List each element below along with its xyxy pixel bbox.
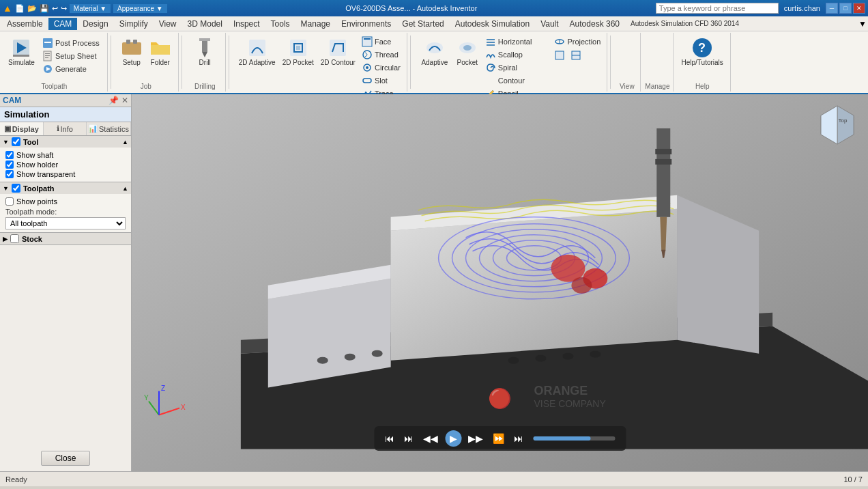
drilling-buttons: Drill [190,34,220,81]
svg-text:Z: Z [161,385,165,392]
setup-sheet-button[interactable]: Setup Sheet [40,50,102,62]
minimize-button[interactable]: ─ [826,3,838,14]
show-shaft-checkbox[interactable] [5,151,14,159]
ribbon-toggle[interactable]: ▼ [858,19,867,29]
thread-button[interactable]: Thread [360,48,403,61]
show-points-row: Show points [5,197,126,206]
toolpath-section-header[interactable]: ▼ Toolpath ▲ [0,182,131,194]
panel-pin-icon[interactable]: 📌 [108,96,119,105]
adaptive-2d-button[interactable]: 2D Adaptive [236,36,278,68]
progress-bar[interactable] [533,436,615,441]
open-icon[interactable]: 📂 [27,4,37,13]
panel-close-icon[interactable]: ✕ [121,96,128,105]
show-transparent-checkbox[interactable] [5,170,14,178]
drill-button[interactable]: Drill [191,36,218,68]
slot-button[interactable]: Slot [360,74,403,87]
simulation-tabs: ▣ Display ℹ Info 📊 Statistics [0,122,131,136]
menu-autodesk-sim[interactable]: Autodesk Simulation [450,18,535,30]
menu-view[interactable]: View [154,18,182,30]
projection-button[interactable]: Projection [552,36,603,48]
milling-extra-btn1[interactable] [552,49,567,61]
menu-tools[interactable]: Tools [265,18,295,30]
prev-frame-button[interactable]: ⏭ [401,432,416,445]
post-process-button[interactable]: Post Process [40,37,102,49]
tab-display[interactable]: ▣ Display [0,122,44,135]
svg-text:Y: Y [144,394,149,402]
menu-assemble[interactable]: Assemble [1,18,48,30]
manage-group-label: Manage [645,81,669,90]
toolpath-collapse-icon[interactable]: ▲ [122,185,128,192]
menu-3dmodel[interactable]: 3D Model [182,18,228,30]
viewport[interactable]: 🔴 ORANGE VISE COMPANY X Y Z [132,94,868,471]
folder-label: Folder [151,59,170,66]
setup-button[interactable]: Setup [118,36,145,68]
play-button[interactable]: ▶ [445,430,461,447]
folder-icon [149,37,171,59]
simulate-button[interactable]: Simulate [5,36,38,68]
fast-forward-button[interactable]: ▶▶ [465,432,486,445]
menu-getstarted[interactable]: Get Started [396,18,449,30]
appearance-dropdown[interactable]: Appearance ▼ [113,4,167,13]
search-input[interactable] [656,3,779,14]
circular-button[interactable]: Circular [360,61,403,74]
menu-simplify[interactable]: Simplify [114,18,154,30]
stock-section-header[interactable]: ▶ Stock [0,233,131,244]
redo-icon[interactable]: ↪ [61,4,67,13]
menu-inspect[interactable]: Inspect [228,18,265,30]
menu-design[interactable]: Design [77,18,113,30]
show-holder-row: Show holder [5,160,126,169]
tool-collapse-icon[interactable]: ▲ [122,139,128,145]
horizontal-button[interactable]: Horizontal [483,36,551,48]
rewind-button[interactable]: ◀◀ [420,432,441,445]
contour-3d-button[interactable]: Contour [483,74,551,87]
show-points-checkbox[interactable] [5,197,14,206]
toolpath-group-label: Toolpath [41,81,67,90]
drill-icon [194,37,216,59]
face-button[interactable]: Face [360,36,403,48]
slot-icon [362,75,373,86]
toolpath-mode-select[interactable]: All toolpath [5,217,126,229]
new-icon[interactable]: 📄 [15,4,25,13]
panel-header: CAM 📌 ✕ [0,94,131,107]
scallop-button[interactable]: Scallop [483,48,551,61]
save-icon[interactable]: 💾 [40,4,49,13]
skip-start-button[interactable]: ⏮ [382,432,397,445]
tool-section-checkbox[interactable] [12,137,20,146]
adaptive-3d-button[interactable]: Adaptive [418,36,452,68]
toolpath-section-checkbox[interactable] [12,184,20,193]
menu-cam[interactable]: CAM [48,18,78,30]
menu-vault[interactable]: Vault [535,18,564,30]
help-button[interactable]: ? Help/Tutorials [679,36,726,68]
maximize-button[interactable]: □ [839,3,852,14]
projection-icon [554,36,565,47]
skip-end-button[interactable]: ⏭ [511,432,526,445]
spiral-button[interactable]: Spiral [483,61,551,74]
milling-extra-btn2[interactable] [568,49,583,61]
toolpath-group: Simulate Post Process Setup Sheet [1,33,108,92]
menu-manage[interactable]: Manage [295,18,336,30]
menu-autodesk360[interactable]: Autodesk 360 [564,18,625,30]
undo-icon[interactable]: ↩ [52,4,58,13]
show-holder-checkbox[interactable] [5,160,14,169]
menu-environments[interactable]: Environments [336,18,396,30]
status-right: 10 / 7 [843,475,863,484]
contour-2d-button[interactable]: 2D Contour [318,36,358,68]
viewcube[interactable]: Top [813,101,861,149]
tool-section-header[interactable]: ▼ Tool ▲ [0,136,131,148]
next-frame-button[interactable]: ⏩ [490,432,507,445]
pocket-3d-button[interactable]: Pocket [453,36,482,68]
close-button[interactable]: Close [41,451,91,466]
cnc-scene-svg: 🔴 ORANGE VISE COMPANY X Y Z [132,94,868,471]
folder-button[interactable]: Folder [147,36,174,68]
job-group-label: Job [141,81,151,90]
stock-section-checkbox[interactable] [10,234,19,243]
svg-text:Top: Top [839,117,848,124]
tab-info[interactable]: ℹ Info [44,122,87,135]
generate-button[interactable]: Generate [40,63,102,75]
material-dropdown[interactable]: Material ▼ [70,4,111,13]
close-button[interactable]: ✕ [853,3,865,14]
pocket-2d-button[interactable]: 2D Pocket [280,36,317,68]
tab-statistics[interactable]: 📊 Statistics [87,122,131,135]
show-shaft-row: Show shaft [5,150,126,160]
menu-cfd[interactable]: Autodesk Simulation CFD 360 2014 [625,18,744,29]
